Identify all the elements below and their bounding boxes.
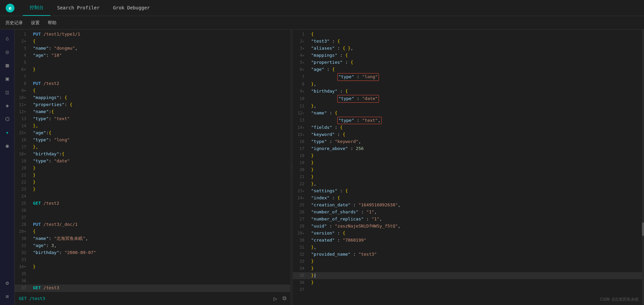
line-content-13: "type": "text": [32, 115, 290, 122]
line-content-7: [32, 73, 290, 80]
line-num-20: 20: [15, 165, 32, 171]
line-content-18: "birthday":{: [32, 151, 290, 158]
line-num-32: 32: [15, 250, 32, 256]
copy-button[interactable]: ⧉: [283, 295, 286, 302]
line-content-31: "age": 3,: [32, 242, 290, 249]
right-line-content-16: "type" : "keyword",: [310, 138, 644, 145]
right-scrollbar-thumb[interactable]: [642, 222, 644, 236]
right-line-num-2: 2▾: [293, 38, 310, 45]
right-line-num-4: 4▾: [293, 52, 310, 59]
line-content-37: GET /test3: [32, 285, 290, 292]
line-content-30: "name": "北海冥鱼未眠",: [32, 235, 290, 242]
right-line-num-13: 13: [293, 117, 310, 123]
nav-history[interactable]: 历史记录: [5, 20, 23, 26]
nav-settings[interactable]: 设置: [31, 20, 40, 26]
line-num-7: 7: [15, 73, 32, 80]
left-editor-content[interactable]: 1PUT /test1/type1/12▾{3 "name": "dongmu"…: [15, 30, 290, 292]
sidebar-icon-devtools[interactable]: ✦: [1, 126, 13, 138]
sidebar-icon-stack[interactable]: ◉: [1, 140, 13, 152]
line-num-19: 19: [15, 158, 32, 164]
right-line-num-31: 31: [293, 244, 310, 251]
line-content-20: }: [32, 165, 290, 172]
line-num-12: 12▾: [15, 109, 32, 115]
right-line-num-7: 7: [293, 74, 310, 80]
right-line-num-35: 35: [293, 272, 310, 279]
line-num-28: 28: [15, 221, 32, 228]
sidebar-icon-discover[interactable]: ◎: [1, 46, 13, 58]
line-num-30: 30: [15, 236, 32, 242]
sidebar-icon-canvas[interactable]: ◫: [1, 86, 13, 98]
top-nav: e 控制台 Search Profiler Grok Debugger: [0, 0, 644, 16]
right-line-num-1: 1: [293, 31, 310, 38]
right-line-content-32: "provided_name" : "test3": [310, 251, 644, 258]
right-line-num-29: 29▾: [293, 230, 310, 237]
sidebar-icon-bottom[interactable]: ≡: [1, 290, 13, 302]
sidebar-icon-dashboard[interactable]: ▦: [1, 59, 13, 71]
tab-grok-debugger[interactable]: Grok Debugger: [106, 0, 157, 16]
right-line-content-6: "age" : {: [310, 66, 644, 73]
left-editor-pane: 1PUT /test1/type1/12▾{3 "name": "dongmu"…: [15, 30, 290, 305]
right-line-content-30: "created" : "7060199": [310, 237, 644, 244]
line-content-8: PUT /test2: [32, 80, 290, 87]
sidebar-icon-settings[interactable]: ⚙: [1, 277, 13, 289]
tab-console[interactable]: 控制台: [23, 0, 50, 16]
right-line-content-25: "creation_date" : "1649516092638",: [310, 202, 644, 209]
right-editor-content[interactable]: 1{2▾ "test3" : {3▾ "aliases" : { },4▾ "m…: [293, 30, 644, 305]
line-content-17: },: [32, 144, 290, 151]
run-button[interactable]: ▷: [273, 295, 277, 302]
resize-handle[interactable]: ⋮: [290, 30, 293, 305]
sidebar-icon-ml[interactable]: ⌬: [1, 113, 13, 125]
line-num-34: 34▾: [15, 264, 32, 270]
right-line-content-27: "number_of_replicas" : "1",: [310, 216, 644, 223]
right-line-content-37: [310, 286, 644, 293]
right-scrollbar[interactable]: [642, 30, 644, 305]
sidebar-icon-maps[interactable]: ◈: [1, 99, 13, 111]
right-line-content-22: },: [310, 181, 644, 188]
line-num-11: 11▾: [15, 102, 32, 108]
line-num-3: 3: [15, 45, 32, 52]
second-nav: 历史记录 设置 帮助: [0, 16, 644, 30]
right-line-content-12: "name" : {: [310, 110, 644, 117]
right-line-num-22: 22: [293, 181, 310, 187]
editor-panes: 1PUT /test1/type1/12▾{3 "name": "dongmu"…: [15, 30, 644, 305]
right-line-num-20: 20: [293, 167, 310, 173]
line-content-26: [32, 207, 290, 214]
right-line-content-15: "keyword" : {: [310, 131, 644, 138]
line-content-35: [32, 270, 290, 277]
line-num-8: 8: [15, 81, 32, 87]
line-content-15: "age":{: [32, 130, 290, 137]
right-line-num-33: 33: [293, 258, 310, 265]
right-line-num-3: 3▾: [293, 45, 310, 52]
right-line-num-36: 36: [293, 279, 310, 286]
line-num-2: 2▾: [15, 38, 32, 45]
line-content-12: "name":{: [32, 108, 290, 115]
tab-search-profiler[interactable]: Search Profiler: [50, 0, 106, 16]
right-line-num-12: 12▾: [293, 110, 310, 116]
line-content-29: {: [32, 228, 290, 235]
line-content-10: "mappings": {: [32, 94, 290, 101]
right-line-num-25: 25: [293, 202, 310, 208]
line-num-36: 36: [15, 278, 32, 284]
line-content-5: [32, 59, 290, 66]
top-tab-list: 控制台 Search Profiler Grok Debugger: [23, 0, 157, 16]
line-content-36: [32, 277, 290, 285]
right-line-num-11: 11: [293, 103, 310, 109]
right-line-content-10: "type" : "date": [310, 95, 644, 103]
right-line-num-14: 14▾: [293, 124, 310, 131]
line-content-1: PUT /test1/type1/1: [32, 31, 290, 38]
sidebar-icon-home[interactable]: ⌂: [1, 32, 13, 44]
line-num-23: 23: [15, 186, 32, 193]
right-line-num-30: 30: [293, 237, 310, 244]
app-logo: e: [5, 3, 15, 13]
right-line-num-21: 21: [293, 174, 310, 180]
active-line-text: GET /test3: [19, 296, 45, 301]
line-num-16: 16: [15, 137, 32, 143]
svg-text:e: e: [9, 5, 12, 11]
line-num-17: 17: [15, 144, 32, 150]
sidebar-icon-visualize[interactable]: ▣: [1, 72, 13, 85]
nav-help[interactable]: 帮助: [48, 20, 56, 26]
line-num-6: 6▾: [15, 66, 32, 73]
right-line-num-26: 26: [293, 209, 310, 215]
bottom-actions: ▷ ⧉: [273, 295, 286, 302]
right-line-num-32: 32: [293, 251, 310, 258]
